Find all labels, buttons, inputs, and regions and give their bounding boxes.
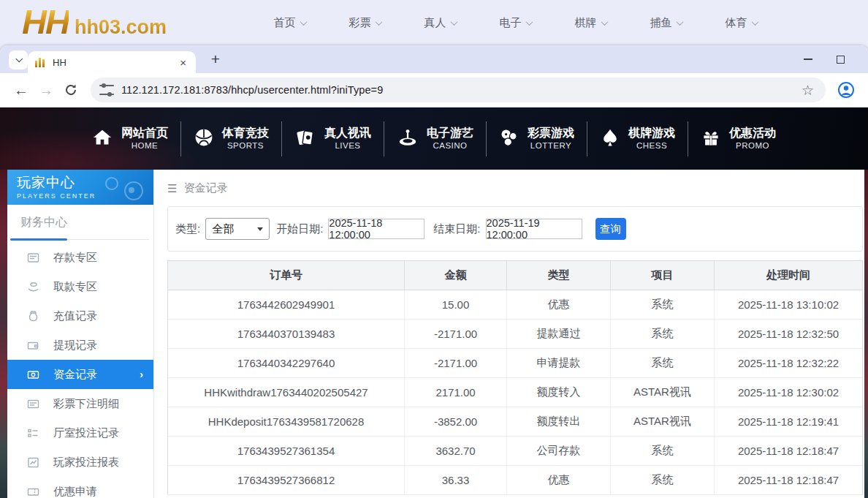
nav-item-promo[interactable]: 优惠活动PROMO [688, 117, 788, 161]
bookmark-star-icon[interactable]: ☆ [796, 82, 820, 99]
nav-label-en: CASINO [433, 140, 467, 151]
sidebar-item-recharge-records[interactable]: 充值记录 [7, 301, 153, 331]
top-nav-item-fishing[interactable]: 捕鱼 [628, 0, 704, 45]
back-button[interactable]: ← [9, 78, 34, 102]
url-bar[interactable]: 112.121.172.181:8783/hhcp/usercenter.htm… [91, 78, 826, 102]
sidebar-header: 玩家中心 PLAYERS CENTER [7, 170, 153, 205]
list-icon [27, 427, 39, 439]
top-nav-item-home[interactable]: 首页 [252, 0, 327, 45]
nav-label-zh: 优惠活动 [729, 126, 776, 140]
logo-domain-text: hh03.com [75, 16, 167, 39]
process-time-cell: 2025-11-18 12:19:41 [715, 407, 862, 436]
top-nav-item-chess[interactable]: 棋牌 [553, 0, 628, 45]
breadcrumb: ☰ 资金记录 [167, 181, 864, 195]
nav-label-zh: 棋牌游戏 [628, 126, 675, 140]
nav-label-en: LIVES [335, 140, 360, 151]
forward-button[interactable]: → [34, 78, 58, 102]
process-time-cell: 2025-11-18 13:10:02 [715, 290, 862, 319]
order-id-cell: HHKdeposit1763439581720628 [168, 407, 405, 436]
hamburger-icon[interactable]: ☰ [167, 182, 177, 195]
nav-item-lives[interactable]: 真人视讯LIVES [282, 117, 384, 161]
window-minimize-button[interactable] [793, 45, 823, 73]
browser-toolbar: ← → 112.121.172.181:8783/hhcp/usercenter… [0, 73, 868, 107]
chevron-down-icon [751, 18, 758, 26]
tab-search-button[interactable] [9, 50, 28, 69]
spade-icon [600, 127, 620, 151]
deposit-icon [27, 252, 39, 264]
wallet-icon [27, 339, 39, 352]
start-date-label: 开始日期: [276, 222, 323, 236]
url-text[interactable]: 112.121.172.181:8783/hhcp/usercenter.htm… [121, 84, 796, 96]
chart-icon [27, 456, 39, 469]
chevron-down-icon [375, 18, 382, 26]
start-date-input[interactable]: 2025-11-18 12:00:00 [328, 219, 425, 239]
tab-close-icon[interactable]: × [178, 56, 189, 69]
nav-label-zh: 网站首页 [121, 126, 168, 140]
type-cell: 优惠 [507, 290, 611, 319]
nav-label-en: PROMO [736, 140, 769, 151]
project-cell: 系统 [611, 437, 715, 465]
process-time-cell: 2025-11-18 12:32:50 [715, 320, 862, 348]
type-select[interactable]: 全部 [205, 218, 270, 240]
sidebar-item-promo-apply[interactable]: 优惠申请 [7, 477, 153, 498]
browser-tab[interactable]: HH × [28, 51, 196, 73]
top-nav-label: 真人 [425, 16, 446, 30]
hand-money-icon [27, 281, 39, 293]
nav-item-home[interactable]: 网站首页HOME [79, 117, 180, 161]
process-time-cell: 2025-11-18 12:18:47 [715, 437, 862, 465]
nav-item-sports[interactable]: 体育竞技SPORTS [181, 117, 281, 161]
amount-cell: -2171.00 [405, 320, 507, 348]
end-date-input[interactable]: 2025-11-19 12:00:00 [486, 219, 582, 239]
top-nav-item-slots[interactable]: 电子 [478, 0, 553, 45]
profile-button[interactable] [831, 75, 861, 105]
lottery-balls-icon [499, 127, 519, 151]
top-nav-item-lottery[interactable]: 彩票 [327, 0, 403, 45]
sidebar-item-room-bet-records[interactable]: 厅室投注记录 [7, 418, 153, 448]
sidebar-item-label: 彩票下注明细 [53, 397, 119, 411]
search-button[interactable]: 查询 [595, 218, 626, 240]
nav-label-zh: 体育竞技 [222, 126, 269, 140]
top-nav-item-sports[interactable]: 体育 [704, 0, 779, 45]
order-id-cell: 1763439527361354 [168, 437, 405, 465]
process-time-cell: 2025-11-18 12:32:22 [715, 349, 862, 377]
nav-label-zh: 电子游艺 [427, 126, 473, 140]
sidebar-item-lottery-bet-details[interactable]: 彩票下注明细 [7, 389, 153, 418]
gift-icon [701, 127, 721, 151]
chevron-down-icon [601, 18, 608, 26]
nav-item-chess[interactable]: 棋牌游戏CHESS [587, 117, 688, 161]
sidebar-item-label: 玩家投注报表 [53, 456, 119, 469]
nav-item-casino[interactable]: 电子游艺CASINO [384, 117, 486, 161]
tab-strip: HH × + [0, 45, 868, 73]
order-id-cell: 1763440370139483 [168, 320, 405, 348]
top-nav: 首页 彩票 真人 电子 棋牌 捕鱼 体育 [252, 0, 779, 45]
new-tab-button[interactable]: + [206, 50, 225, 69]
site-page-header: HH hh03.com 首页 彩票 真人 电子 棋牌 捕鱼 体育 [0, 0, 868, 45]
chevron-down-icon [450, 18, 457, 26]
sidebar-item-withdrawal-records[interactable]: 提现记录 [7, 331, 153, 360]
sidebar-item-funds-records[interactable]: 资金记录 › [7, 360, 153, 389]
top-nav-item-live[interactable]: 真人 [403, 0, 478, 45]
logo-hh-text: HH [22, 1, 69, 42]
site-main-nav: 网站首页HOME 体育竞技SPORTS 真人视讯LIVES 电子游艺CASINO… [0, 107, 868, 170]
table-row: 1763442602949901 15.00 优惠 系统 2025-11-18 … [168, 290, 862, 320]
browser-window: HH × + ← → 112.121.172.181:8783/hhcp/use… [0, 45, 868, 498]
project-cell: 系统 [611, 466, 715, 494]
sidebar-item-deposit-zone[interactable]: 存款专区 [7, 243, 153, 272]
sidebar-item-player-bet-report[interactable]: 玩家投注报表 [7, 448, 153, 477]
sidebar-item-withdraw-zone[interactable]: 取款专区 [7, 272, 153, 301]
nav-label-zh: 彩票游戏 [528, 126, 574, 140]
window-maximize-button[interactable] [826, 45, 855, 73]
nav-item-lottery[interactable]: 彩票游戏LOTTERY [487, 117, 587, 161]
table-row: 1763440342297640 -2171.00 申请提款 系统 2025-1… [168, 349, 862, 378]
header-order-id: 订单号 [168, 261, 405, 290]
page-body: 玩家中心 PLAYERS CENTER 财务中心 存款专区 [0, 170, 868, 498]
chevron-down-icon [257, 227, 263, 231]
finance-section-header: 财务中心 [7, 205, 153, 243]
site-logo[interactable]: HH hh03.com [22, 1, 167, 42]
chevron-down-icon [300, 18, 307, 26]
site-info-icon[interactable] [99, 85, 114, 95]
money-bag-icon [27, 310, 39, 322]
reload-button[interactable] [58, 78, 83, 102]
type-cell: 申请提款 [507, 349, 611, 377]
order-id-cell: 1763439527366812 [168, 466, 405, 494]
